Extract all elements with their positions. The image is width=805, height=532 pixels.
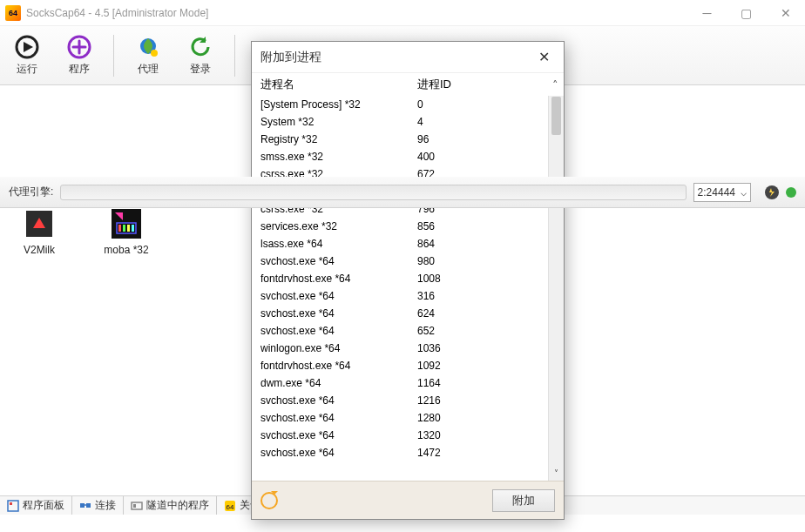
proxy-label: 代理	[138, 62, 159, 77]
chevron-down-icon: ⌵	[741, 186, 747, 199]
process-name: dwm.exe *64	[252, 377, 417, 389]
process-row[interactable]: services.exe *32856	[252, 218, 546, 235]
process-name: fontdrvhost.exe *64	[252, 273, 417, 285]
process-id: 1320	[417, 429, 546, 441]
dialog-title: 附加到进程	[260, 50, 321, 65]
minimize-button[interactable]: ─	[687, 0, 727, 26]
play-icon	[14, 34, 40, 60]
statusbar-tunnel-tab[interactable]: 隧道中的程序	[124, 496, 217, 515]
process-row[interactable]: fontdrvhost.exe *641092	[252, 357, 546, 374]
process-id: 400	[417, 151, 546, 163]
process-id: 1280	[417, 412, 546, 424]
programs-panel: V2Milk moba *32	[9, 209, 157, 256]
statusbar-panel-label: 程序面板	[23, 498, 64, 513]
process-row[interactable]: fontdrvhost.exe *641008	[252, 270, 546, 287]
app-icon	[5, 5, 21, 21]
app-name: moba *32	[104, 244, 148, 256]
close-button[interactable]: ✕	[766, 0, 805, 26]
flash-icon[interactable]	[765, 185, 779, 199]
process-row[interactable]: svchost.exe *641216	[252, 392, 546, 409]
statusbar-conn-label: 连接	[95, 498, 116, 513]
dialog-close-button[interactable]: ✕	[533, 47, 555, 67]
process-name: [System Process] *32	[252, 98, 417, 111]
svg-rect-8	[123, 225, 125, 232]
col-process-name[interactable]: 进程名	[252, 77, 417, 92]
panel-icon	[7, 500, 19, 512]
process-name: svchost.exe *64	[252, 307, 417, 320]
attach-button[interactable]: 附加	[492, 489, 555, 512]
conn-icon	[79, 500, 91, 512]
status-indicator	[786, 187, 796, 198]
process-row[interactable]: smss.exe *32400	[252, 148, 546, 165]
process-row[interactable]: System *324	[252, 113, 546, 131]
maximize-button[interactable]: ▢	[727, 0, 766, 26]
app-icon	[112, 209, 141, 239]
statusbar-conn-tab[interactable]: 连接	[72, 496, 124, 515]
process-row[interactable]: lsass.exe *64864	[252, 235, 546, 253]
proxy-slider[interactable]	[60, 185, 686, 200]
process-name: svchost.exe *64	[252, 255, 417, 267]
process-id: 1036	[417, 342, 546, 354]
process-list-header: 进程名 进程ID ˄	[252, 73, 564, 96]
process-id: 980	[417, 255, 546, 267]
process-row[interactable]: svchost.exe *64624	[252, 305, 546, 322]
process-name: svchost.exe *64	[252, 412, 417, 424]
svg-rect-14	[86, 503, 91, 508]
process-id: 4	[417, 116, 546, 128]
process-id: 0	[417, 98, 546, 111]
login-label: 登录	[190, 62, 211, 77]
statusbar-tunnel-label: 隧道中的程序	[146, 498, 209, 513]
process-row[interactable]: svchost.exe *64316	[252, 287, 546, 305]
run-label: 运行	[17, 62, 37, 77]
process-row[interactable]: svchost.exe *641320	[252, 427, 546, 444]
svg-rect-9	[127, 225, 130, 232]
app-item[interactable]: moba *32	[96, 209, 157, 256]
login-button[interactable]: 登录	[182, 30, 219, 80]
run-button[interactable]: 运行	[9, 30, 45, 80]
proxy-engine-bar: 代理引擎: 2:24444 ⌵	[0, 177, 805, 208]
scrollbar-thumb[interactable]	[551, 97, 561, 135]
process-list: [System Process] *320System *324Registry…	[252, 96, 564, 481]
app-icon	[24, 209, 54, 239]
process-row[interactable]: svchost.exe *641472	[252, 444, 546, 461]
process-row[interactable]: Registry *3296	[252, 131, 546, 148]
scroll-down-icon[interactable]: ˅	[549, 465, 564, 481]
process-name: smss.exe *32	[252, 151, 417, 163]
app-name: V2Milk	[24, 244, 55, 256]
process-id: 1472	[417, 447, 546, 459]
process-id: 652	[417, 325, 546, 337]
attach-label: 附加	[512, 493, 535, 508]
process-id: 1008	[417, 273, 546, 285]
process-id: 624	[417, 307, 546, 320]
separator	[113, 35, 114, 77]
refresh-button[interactable]	[260, 492, 278, 509]
attach-process-dialog: 附加到进程 ✕ 进程名 进程ID ˄ [System Process] *320…	[251, 41, 565, 520]
col-process-id[interactable]: 进程ID	[417, 77, 546, 92]
tunnel-icon	[131, 500, 143, 512]
svg-rect-13	[80, 503, 85, 508]
window-controls: ─ ▢ ✕	[687, 0, 805, 26]
process-id: 96	[417, 133, 546, 145]
svg-rect-12	[10, 502, 12, 505]
process-name: svchost.exe *64	[252, 447, 417, 459]
app-item[interactable]: V2Milk	[9, 209, 70, 256]
statusbar-panel-tab[interactable]: 程序面板	[0, 496, 72, 515]
process-name: Registry *32	[252, 133, 417, 145]
program-button[interactable]: 程序	[61, 30, 98, 80]
svg-point-3	[151, 50, 158, 57]
process-row[interactable]: winlogon.exe *641036	[252, 340, 546, 357]
proxy-button[interactable]: 代理	[130, 30, 166, 80]
process-row[interactable]: svchost.exe *64652	[252, 322, 546, 340]
process-row[interactable]: dwm.exe *641164	[252, 374, 546, 392]
svg-rect-10	[132, 225, 134, 232]
dialog-titlebar: 附加到进程 ✕	[252, 42, 564, 73]
process-name: fontdrvhost.exe *64	[252, 360, 417, 372]
scrollbar[interactable]: ˅	[548, 96, 564, 481]
process-row[interactable]: [System Process] *320	[252, 96, 546, 113]
process-id: 1216	[417, 394, 546, 407]
refresh-icon	[187, 34, 213, 60]
process-row[interactable]: svchost.exe *641280	[252, 409, 546, 427]
scroll-up-icon[interactable]: ˄	[546, 78, 564, 91]
proxy-combo[interactable]: 2:24444 ⌵	[693, 183, 751, 202]
process-row[interactable]: svchost.exe *64980	[252, 253, 546, 270]
